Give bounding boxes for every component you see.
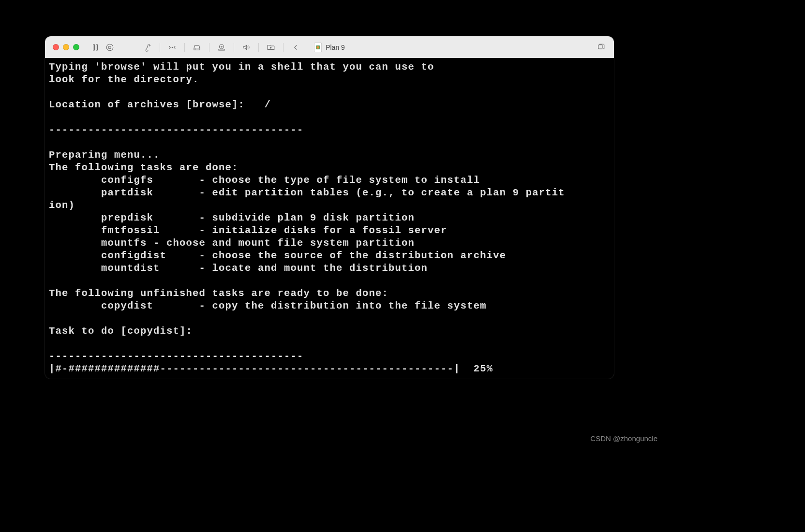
- disc-icon[interactable]: [216, 42, 227, 53]
- back-icon[interactable]: [290, 42, 301, 53]
- svg-point-5: [195, 49, 196, 49]
- svg-point-6: [220, 44, 224, 49]
- pause-icon[interactable]: [90, 42, 101, 53]
- settings-icon[interactable]: [142, 42, 153, 53]
- titlebar: Plan 9: [45, 36, 614, 58]
- resize-icon[interactable]: [167, 42, 178, 53]
- window-title: Plan 9: [314, 43, 345, 52]
- traffic-lights: [53, 44, 79, 50]
- svg-point-7: [221, 46, 222, 47]
- svg-point-4: [172, 47, 173, 48]
- folder-share-icon[interactable]: [266, 42, 276, 53]
- vm-window: Plan 9 Typing 'browse' will put you in a…: [45, 36, 614, 379]
- svg-point-2: [106, 44, 113, 51]
- separator: [184, 43, 185, 52]
- separator: [234, 43, 234, 52]
- document-icon: [314, 43, 322, 52]
- terminal-output[interactable]: Typing 'browse' will put you in a shell …: [45, 58, 614, 378]
- svg-rect-1: [96, 44, 98, 50]
- maximize-button[interactable]: [73, 44, 79, 50]
- windows-icon[interactable]: [596, 42, 606, 53]
- drive-icon[interactable]: [192, 42, 202, 53]
- close-button[interactable]: [53, 44, 59, 50]
- separator: [160, 43, 160, 52]
- separator: [258, 43, 259, 52]
- title-text: Plan 9: [326, 44, 345, 51]
- watermark: CSDN @zhonguncle: [590, 434, 657, 443]
- svg-rect-8: [598, 44, 602, 48]
- sound-icon[interactable]: [241, 42, 252, 53]
- svg-rect-3: [109, 46, 111, 48]
- minimize-button[interactable]: [63, 44, 69, 50]
- svg-rect-0: [93, 44, 95, 50]
- separator: [209, 43, 209, 52]
- separator: [283, 43, 283, 52]
- stop-icon[interactable]: [104, 42, 115, 53]
